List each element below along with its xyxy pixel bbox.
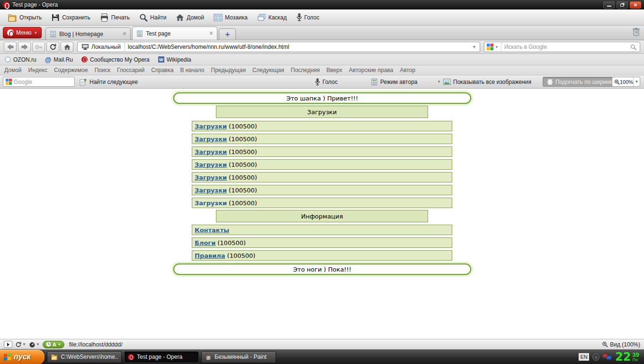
show-images-button[interactable]: Показывать все изображения <box>443 77 531 87</box>
open-button[interactable]: Открыть <box>4 12 45 23</box>
fit-width-button[interactable]: Подогнать по ширине <box>543 77 617 87</box>
bookmark-myopera[interactable]: Сообщество My Opera <box>81 56 150 63</box>
bookmark-label: Mail.Ru <box>54 56 73 63</box>
page-header-text: Это шапка ) Привет!!! <box>286 95 358 102</box>
bookmark-wikipedia[interactable]: W Wikipedia <box>158 56 191 63</box>
tab-close-icon[interactable]: ✕ <box>209 30 213 36</box>
search-go-button[interactable] <box>627 44 640 50</box>
reload-button[interactable] <box>46 42 59 52</box>
speed-gauge-icon <box>29 341 36 348</box>
mailru-icon: @ <box>45 56 52 64</box>
panel-toggle-button[interactable] <box>4 341 12 348</box>
forward-button[interactable] <box>18 42 31 52</box>
voice-toolbar-button[interactable]: Голос <box>315 77 338 87</box>
docnav-contents[interactable]: Содержимое <box>54 67 88 73</box>
docnav-last[interactable]: Последняя <box>291 67 320 73</box>
sync-button[interactable]: ▼ <box>15 341 26 348</box>
find-button[interactable]: Найти <box>135 12 170 23</box>
zoom-in-icon <box>602 341 608 347</box>
downloads-link[interactable]: Загрузки <box>195 187 227 194</box>
find-in-page-input[interactable] <box>14 79 66 85</box>
downloads-link[interactable]: Загрузки <box>195 161 227 168</box>
toolbar-button-label: Печать <box>111 14 130 21</box>
tab-close-icon[interactable]: ✕ <box>122 31 126 37</box>
bookmark-label: OZON.ru <box>13 56 36 63</box>
author-mode-icon <box>371 78 378 86</box>
list-item: Правила (100500) <box>192 250 452 261</box>
print-button[interactable]: Печать <box>96 12 134 23</box>
docnav-copyright[interactable]: Авторские права <box>349 67 394 73</box>
save-button[interactable]: Сохранить <box>47 12 94 23</box>
page-icon <box>50 31 56 37</box>
docnav-up[interactable]: Вверх <box>326 67 342 73</box>
downloads-link[interactable]: Загрузки <box>195 136 227 143</box>
view-zoom-button[interactable]: Вид (100%) <box>602 341 640 348</box>
find-in-page-box <box>3 77 75 87</box>
tab-bar: Меню ▼ Blog | Homepage ✕ Test page ✕ + <box>0 26 644 40</box>
network-icon[interactable] <box>603 354 612 361</box>
bookmark-ozon[interactable]: OZON.ru <box>5 56 36 63</box>
docnav-home[interactable]: Домой <box>4 67 22 73</box>
clock-icon <box>46 342 51 347</box>
search-engine-button[interactable]: ▼ <box>484 42 501 52</box>
address-dropdown-icon[interactable]: ▼ <box>469 45 480 49</box>
docnav-index[interactable]: Индекс <box>28 67 47 73</box>
page-mode-label: A <box>53 342 56 347</box>
contacts-link[interactable]: Контакты <box>195 227 229 234</box>
tab-test-page[interactable]: Test page ✕ <box>132 27 217 40</box>
find-next-label: Найти следующее <box>89 79 138 85</box>
site-security-button[interactable]: Локальный <box>78 42 125 52</box>
home-nav-button[interactable] <box>61 42 73 52</box>
turbo-button[interactable]: ▼ <box>29 341 40 348</box>
voice-button[interactable]: Голос <box>293 11 323 23</box>
language-indicator[interactable]: EN <box>579 353 589 361</box>
taskbar-item-paint[interactable]: Безымянный - Paint <box>201 351 276 363</box>
page-content: Это шапка ) Привет!!! Загрузки Загрузки … <box>0 89 644 339</box>
zoom-value: 100% <box>620 79 633 85</box>
cascade-button[interactable]: Каскад <box>253 12 291 23</box>
docnav-next[interactable]: Следующая <box>252 67 284 73</box>
downloads-link[interactable]: Загрузки <box>195 123 227 130</box>
docnav-search[interactable]: Поиск <box>95 67 110 73</box>
rules-link[interactable]: Правила <box>195 252 225 259</box>
downloads-link[interactable]: Загрузки <box>195 174 227 181</box>
tab-blog-homepage[interactable]: Blog | Homepage ✕ <box>45 27 131 40</box>
page-mode-badge[interactable]: A ▼ <box>43 341 64 348</box>
section-header-information: Информация <box>216 210 428 222</box>
docnav-start[interactable]: В начало <box>180 67 204 73</box>
home-button[interactable]: Домой <box>172 12 208 23</box>
docnav-author[interactable]: Автор <box>400 67 415 73</box>
tray-expand-button[interactable]: ‹ <box>592 354 599 361</box>
docnav-help[interactable]: Справка <box>151 67 173 73</box>
start-button[interactable]: пуск <box>0 350 45 364</box>
taskbar-item-opera[interactable]: Test page - Opera <box>124 351 199 363</box>
address-input[interactable] <box>125 44 469 50</box>
list-item: Загрузки (100500) <box>192 146 452 157</box>
docnav-glossary[interactable]: Глоссарий <box>117 67 144 73</box>
blogs-link[interactable]: Блоги <box>195 239 215 246</box>
downloads-link[interactable]: Загрузки <box>195 200 227 207</box>
restore-button[interactable] <box>617 1 628 9</box>
docnav-previous[interactable]: Предыдущая <box>211 67 246 73</box>
list-item: Блоги (100500) <box>192 237 452 248</box>
new-tab-button[interactable]: + <box>219 28 236 40</box>
wand-login-button[interactable] <box>32 42 45 52</box>
find-next-button[interactable]: Найти следующее <box>80 77 138 87</box>
closed-tabs-trash-button[interactable] <box>632 27 640 36</box>
downloads-link[interactable]: Загрузки <box>195 148 227 155</box>
taskbar-item-explorer[interactable]: C:\WebServers\home... <box>47 351 122 363</box>
author-mode-select[interactable]: Режим автора ▼ <box>371 77 441 87</box>
minimize-button[interactable] <box>603 1 615 9</box>
web-search-input[interactable] <box>501 44 627 50</box>
menu-button[interactable]: Меню ▼ <box>3 27 42 38</box>
page-footer-text: Это ноги ) Пока!!! <box>293 266 351 273</box>
back-button[interactable] <box>4 42 17 52</box>
tile-button[interactable]: Мозаика <box>210 12 251 23</box>
bookmark-label: Сообщество My Opera <box>90 56 150 63</box>
bookmark-mailru[interactable]: @ Mail.Ru <box>45 56 73 64</box>
zoom-control[interactable]: 100% ▼ <box>612 77 640 87</box>
zoom-dropdown-icon[interactable]: ▼ <box>633 77 640 86</box>
page-footer-banner: Это ноги ) Пока!!! <box>173 264 471 275</box>
status-url: file://localhost/ddddd/ <box>69 341 123 348</box>
close-button[interactable]: ✕ <box>630 1 641 9</box>
